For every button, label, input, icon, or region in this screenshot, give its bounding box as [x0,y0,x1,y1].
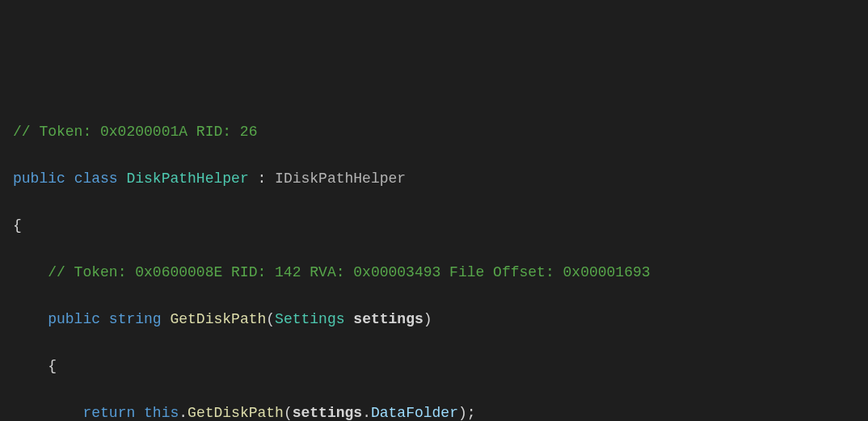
method1-return: return this.GetDiskPath(settings.DataFol… [13,402,868,421]
code-viewer[interactable]: // Token: 0x0200001A RID: 26 public clas… [13,97,868,421]
comment-class-token: // Token: 0x0200001A RID: 26 [13,120,868,144]
brace-open: { [13,214,868,238]
class-declaration: public class DiskPathHelper : IDiskPathH… [13,167,868,191]
method1-brace-open: { [13,355,868,378]
method1-signature: public string GetDiskPath(Settings setti… [13,308,868,331]
comment-method1-token: // Token: 0x0600008E RID: 142 RVA: 0x000… [13,261,868,284]
